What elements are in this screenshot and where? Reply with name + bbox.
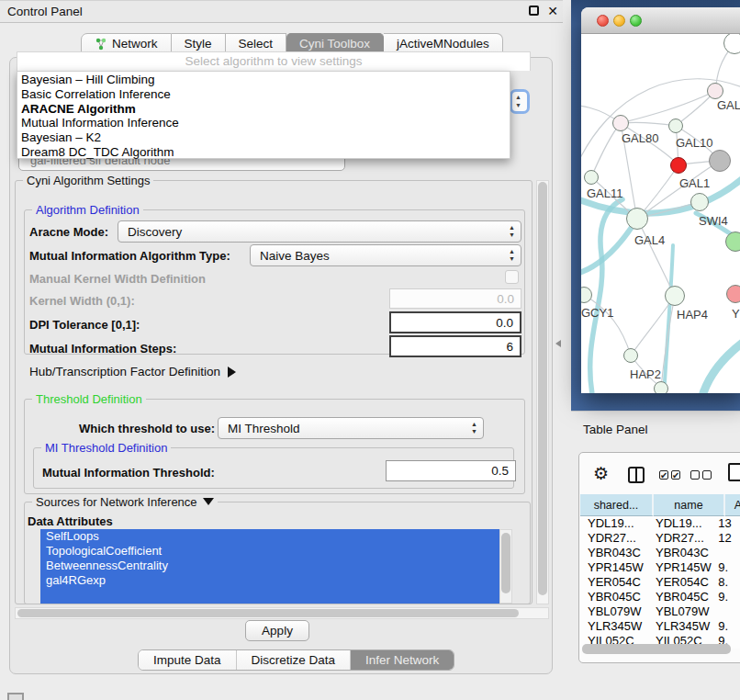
minimize-traffic-light-icon[interactable] — [613, 15, 625, 27]
mi-steps-field[interactable]: 6 — [389, 335, 521, 357]
algorithm-dropdown-item[interactable]: Basic Correlation Inference — [17, 87, 510, 102]
table-row[interactable]: YBR045CYBR045C9. — [580, 590, 740, 604]
network-node-gal4[interactable] — [626, 208, 648, 230]
tab-label: Style — [185, 37, 212, 51]
mi-steps-value: 6 — [506, 340, 513, 354]
table-row[interactable]: YBR043CYBR043C — [580, 546, 740, 560]
gear-icon[interactable]: ⚙ — [593, 463, 609, 484]
network-node-gal11[interactable] — [584, 170, 599, 185]
network-node-label: HAP2 — [630, 367, 661, 381]
which-threshold-label: Which threshold to use: — [79, 422, 215, 435]
algorithm-dropdown-item[interactable]: Bayesian – Hill Climbing — [17, 73, 510, 87]
expand-right-icon — [228, 367, 236, 378]
network-window-titlebar[interactable] — [581, 7, 740, 34]
algorithm-select-hint-text: Select algorithm to view settings — [185, 54, 363, 68]
tab-label: Select — [239, 37, 274, 51]
column-header-partial[interactable]: A — [725, 494, 740, 516]
unchecked-checkbox-icon[interactable] — [690, 470, 700, 480]
group-title: Algorithm Definition — [32, 203, 143, 217]
column-header-shared[interactable]: shared... — [580, 494, 654, 516]
checked-checkbox-icon[interactable]: ✔ — [659, 470, 668, 480]
table-row[interactable]: YDR27...YDR27...12 — [580, 531, 740, 546]
algorithm-select-hint[interactable]: Select algorithm to view settings — [17, 51, 531, 71]
network-node-gal[interactable] — [707, 83, 723, 99]
columns-icon[interactable] — [628, 467, 645, 483]
data-attribute-item[interactable]: BetweennessCentrality — [40, 559, 499, 573]
network-canvas[interactable]: GALGAL80GAL10GAL1GAL11GAL4SWI4GCY1HAP4YH… — [581, 34, 740, 393]
table-row[interactable]: YER054CYER054C8. — [580, 575, 740, 590]
table-cell: 12 — [714, 531, 740, 546]
settings-hscrollbar-thumb[interactable] — [17, 609, 519, 617]
network-node[interactable] — [725, 231, 740, 252]
table-cell: YER054C — [648, 575, 714, 590]
table-hscrollbar-thumb[interactable] — [582, 644, 731, 654]
minimized-panel-icon[interactable] — [7, 693, 24, 700]
file-icon[interactable] — [728, 463, 740, 481]
checked-checkbox-icon[interactable]: ✔ — [671, 470, 680, 480]
network-node-gal80[interactable] — [612, 115, 629, 131]
tab-label: Impute Data — [153, 653, 221, 667]
kernel-width-field[interactable]: 0.0 — [389, 288, 521, 309]
table-row[interactable]: YDL19...YDL19...13 — [580, 516, 740, 531]
zoom-traffic-light-icon[interactable] — [630, 15, 642, 27]
close-icon[interactable]: ✕ — [547, 4, 558, 18]
table-cell: YPR145W — [648, 560, 714, 575]
network-node-gal10[interactable] — [668, 119, 683, 133]
data-attribute-item[interactable]: TopologicalCoefficient — [40, 544, 499, 559]
group-title: Cyni Algorithm Settings — [23, 174, 153, 187]
data-attribute-item[interactable]: SelfLoops — [40, 529, 499, 544]
aracne-mode-select[interactable]: Discovery ▲▼ — [118, 220, 521, 243]
network-node[interactable] — [709, 150, 731, 172]
tab-impute-data[interactable]: Impute Data — [139, 650, 237, 670]
apply-button-label: Apply — [262, 624, 293, 638]
mi-threshold-field[interactable]: 0.5 — [386, 460, 516, 481]
mi-algorithm-type-select[interactable]: Naive Bayes ▲▼ — [250, 244, 521, 266]
tab-label: Discretize Data — [252, 653, 336, 667]
attributes-scrollbar-thumb[interactable] — [501, 533, 510, 593]
apply-button[interactable]: Apply — [245, 620, 309, 641]
tab-infer-network[interactable]: Infer Network — [351, 650, 454, 670]
network-node-y[interactable] — [726, 285, 740, 303]
which-threshold-select[interactable]: MI Threshold ▲▼ — [218, 417, 484, 439]
table-cell: 9. — [714, 560, 740, 575]
algorithm-dropdown-item[interactable]: ARACNE Algorithm — [17, 102, 510, 117]
algorithm-dropdown-item[interactable]: Mutual Information Inference — [17, 116, 510, 130]
network-view-window[interactable]: GALGAL80GAL10GAL1GAL11GAL4SWI4GCY1HAP4YH… — [581, 7, 740, 393]
table-cell: YBR043C — [580, 546, 648, 560]
algorithm-dropdown-item[interactable]: Dream8 DC_TDC Algorithm — [17, 145, 510, 160]
table-row[interactable]: YLR345WYLR345W9. — [580, 619, 740, 634]
table-cell — [714, 546, 740, 560]
unchecked-checkbox-icon[interactable] — [702, 470, 712, 480]
data-attribute-item[interactable]: gal4RGexp — [40, 573, 499, 588]
table-row[interactable]: YPR145WYPR145W9. — [580, 560, 740, 575]
group-title: MI Threshold Definition — [41, 441, 171, 455]
network-node-swi4[interactable] — [690, 193, 709, 211]
data-attributes-list[interactable]: SelfLoopsTopologicalCoefficientBetweenne… — [40, 529, 499, 604]
network-node-hap4[interactable] — [665, 286, 685, 306]
settings-vscrollbar-thumb[interactable] — [538, 182, 547, 595]
algorithm-dropdown-item[interactable]: Bayesian – K2 — [17, 130, 510, 145]
float-panel-icon[interactable] — [529, 6, 539, 16]
dpi-tolerance-field[interactable]: 0.0 — [389, 311, 521, 333]
mi-algorithm-type-label: Mutual Information Algorithm Type: — [29, 249, 230, 263]
splitpane-collapse-handle[interactable] — [555, 340, 561, 347]
table-cell: YBL079W — [580, 604, 648, 619]
sources-group-title[interactable]: Sources for Network Inference — [32, 495, 218, 509]
mi-algorithm-type-value: Naive Bayes — [260, 249, 330, 263]
table-panel-title: Table Panel — [583, 423, 648, 436]
table-cell: YBR043C — [648, 546, 714, 560]
network-node-gal1[interactable] — [670, 157, 687, 174]
stepper-arrows-icon: ▲▼ — [509, 248, 515, 263]
table-cell: YDL19... — [580, 516, 648, 531]
mi-threshold-value: 0.5 — [491, 464, 509, 478]
hub-definition-toggle[interactable]: Hub/Transcription Factor Definition — [29, 365, 236, 378]
dpi-tolerance-label: DPI Tolerance [0,1]: — [29, 318, 140, 332]
table-cell: YDL19... — [648, 516, 714, 531]
manual-kernel-width-checkbox[interactable] — [505, 270, 519, 284]
network-node-hap2[interactable] — [623, 348, 638, 363]
table-row[interactable]: YBL079WYBL079W — [580, 604, 740, 619]
network-node[interactable] — [654, 381, 668, 393]
tab-discretize-data[interactable]: Discretize Data — [237, 650, 352, 670]
column-header-name[interactable]: name — [654, 494, 725, 516]
close-traffic-light-icon[interactable] — [597, 15, 609, 27]
